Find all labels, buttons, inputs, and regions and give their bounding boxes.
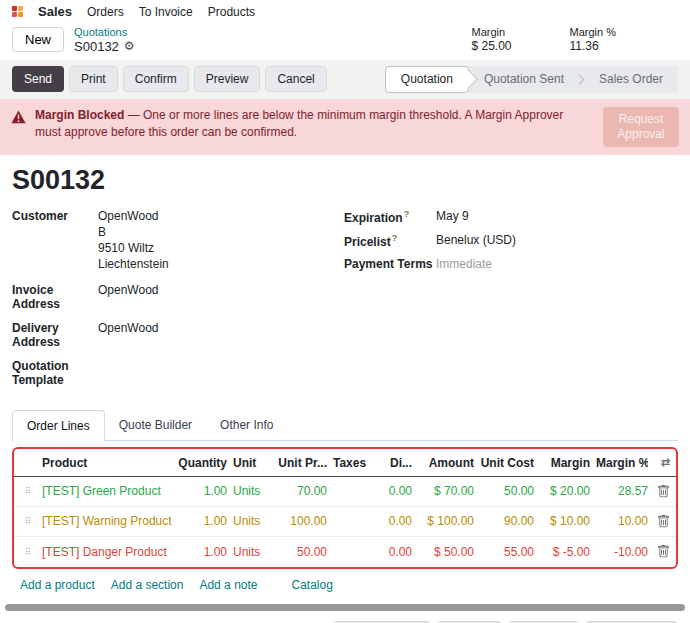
order-line-row[interactable]: ⠿ [TEST] Green Product 1.00 Units 70.00 …: [14, 477, 676, 507]
pricelist-label: Pricelist?: [344, 233, 436, 249]
cell-unit-cost[interactable]: 50.00: [474, 484, 534, 498]
drag-handle-icon[interactable]: ⠿: [20, 547, 36, 557]
cell-unit-price[interactable]: 70.00: [269, 484, 327, 498]
col-unit-price[interactable]: Unit Pr...: [269, 456, 327, 470]
cell-margin: $ 10.00: [534, 514, 590, 528]
cell-quantity[interactable]: 1.00: [172, 514, 227, 528]
cell-product[interactable]: [TEST] Warning Product: [36, 514, 172, 528]
order-line-links: Add a product Add a section Add a note C…: [12, 569, 678, 601]
cell-product[interactable]: [TEST] Danger Product: [36, 545, 172, 559]
cell-amount: $ 100.00: [412, 514, 474, 528]
invoice-address-field[interactable]: OpenWood: [98, 283, 344, 311]
cell-unit-price[interactable]: 100.00: [269, 514, 327, 528]
catalog-link[interactable]: Catalog: [292, 578, 333, 592]
statusbar: Quotation Quotation Sent Sales Order: [385, 66, 678, 93]
action-gear-icon[interactable]: ⚙: [124, 39, 135, 53]
expiration-label: Expiration?: [344, 209, 436, 225]
horizontal-scrollbar[interactable]: [5, 604, 685, 611]
col-unit[interactable]: Unit: [227, 456, 269, 470]
cell-unit-cost[interactable]: 55.00: [474, 545, 534, 559]
cell-unit[interactable]: Units: [227, 545, 269, 559]
stat-button-margin-percent[interactable]: Margin % 11.36: [570, 25, 616, 55]
col-amount[interactable]: Amount: [412, 456, 474, 470]
menu-item-to-invoice[interactable]: To Invoice: [139, 5, 193, 19]
payment-terms-field[interactable]: Immediate: [436, 257, 678, 271]
cell-quantity[interactable]: 1.00: [172, 484, 227, 498]
trash-icon: [657, 545, 670, 558]
drag-handle-icon[interactable]: ⠿: [20, 516, 36, 526]
request-approval-button[interactable]: Request Approval: [603, 107, 679, 147]
preview-button[interactable]: Preview: [194, 66, 261, 92]
stat-button-margin[interactable]: Margin $ 25.00: [471, 25, 511, 55]
warning-triangle-icon: [11, 110, 26, 124]
cell-unit-price[interactable]: 50.00: [269, 545, 327, 559]
col-margin-percent[interactable]: Margin %: [590, 456, 648, 470]
status-step-quotation-sent[interactable]: Quotation Sent: [469, 66, 579, 93]
status-step-quotation[interactable]: Quotation: [385, 66, 469, 93]
col-margin[interactable]: Margin: [534, 456, 590, 470]
menu-item-products[interactable]: Products: [208, 5, 255, 19]
cell-margin: $ 20.00: [534, 484, 590, 498]
delivery-address-label: Delivery Address: [12, 321, 98, 349]
status-step-sales-order[interactable]: Sales Order: [584, 66, 678, 93]
col-discount[interactable]: Di...: [372, 456, 412, 470]
delete-row-button[interactable]: [648, 485, 670, 498]
form-sheet: S00132 Customer OpenWood B 9510 Wiltz Li…: [0, 165, 690, 601]
cell-discount[interactable]: 0.00: [372, 514, 412, 528]
cell-unit-cost[interactable]: 90.00: [474, 514, 534, 528]
delivery-address-field[interactable]: OpenWood: [98, 321, 344, 349]
delete-row-button[interactable]: [648, 515, 670, 528]
footer-buttons: Coupon Code Reward Discount Add shipping: [0, 613, 690, 623]
payment-terms-label: Payment Terms: [344, 257, 436, 271]
drag-handle-icon[interactable]: ⠿: [20, 486, 36, 496]
breadcrumb-current: S00132: [74, 39, 119, 55]
menu-item-orders[interactable]: Orders: [87, 5, 124, 19]
confirm-button[interactable]: Confirm: [123, 66, 189, 92]
customer-name[interactable]: OpenWood: [98, 209, 344, 223]
cell-discount[interactable]: 0.00: [372, 545, 412, 559]
tab-other-info[interactable]: Other Info: [206, 410, 287, 440]
add-a-note-link[interactable]: Add a note: [199, 578, 257, 592]
cell-product[interactable]: [TEST] Green Product: [36, 484, 172, 498]
apps-menu-icon[interactable]: [12, 6, 23, 17]
col-taxes[interactable]: Taxes: [327, 456, 372, 470]
app-name[interactable]: Sales: [38, 4, 72, 19]
add-a-section-link[interactable]: Add a section: [111, 578, 184, 592]
breadcrumb: Quotations S00132 ⚙: [74, 26, 135, 55]
tab-quote-builder[interactable]: Quote Builder: [105, 410, 206, 440]
cell-quantity[interactable]: 1.00: [172, 545, 227, 559]
quotation-template-label: Quotation Template: [12, 359, 98, 387]
order-line-row[interactable]: ⠿ [TEST] Danger Product 1.00 Units 50.00…: [14, 537, 676, 567]
breadcrumb-quotations-link[interactable]: Quotations: [74, 26, 135, 39]
customer-field[interactable]: OpenWood B 9510 Wiltz Liechtenstein: [98, 209, 344, 273]
cell-margin-percent: -10.00: [590, 545, 648, 559]
control-panel: New Quotations S00132 ⚙ Margin $ 25.00 M…: [0, 22, 690, 60]
send-button[interactable]: Send: [12, 66, 64, 92]
customer-country: Liechtenstein: [98, 257, 344, 271]
pricelist-field[interactable]: Benelux (USD): [436, 233, 678, 249]
add-a-product-link[interactable]: Add a product: [20, 578, 95, 592]
tab-order-lines[interactable]: Order Lines: [12, 410, 105, 441]
cell-discount[interactable]: 0.00: [372, 484, 412, 498]
top-menu-bar: Sales Orders To Invoice Products: [0, 0, 690, 22]
new-button[interactable]: New: [12, 27, 64, 52]
cell-amount: $ 70.00: [412, 484, 474, 498]
col-product[interactable]: Product: [36, 456, 172, 470]
col-unit-cost[interactable]: Unit Cost: [474, 456, 534, 470]
stat-buttons: Margin $ 25.00 Margin % 11.36: [471, 25, 616, 55]
quotation-template-field[interactable]: [98, 359, 344, 387]
adjust-columns-icon[interactable]: ⇄: [648, 456, 670, 469]
cancel-button[interactable]: Cancel: [265, 66, 326, 92]
cell-amount: $ 50.00: [412, 545, 474, 559]
delete-row-button[interactable]: [648, 545, 670, 558]
cell-unit[interactable]: Units: [227, 484, 269, 498]
cell-margin-percent: 28.57: [590, 484, 648, 498]
expiration-field[interactable]: May 9: [436, 209, 678, 225]
order-line-row[interactable]: ⠿ [TEST] Warning Product 1.00 Units 100.…: [14, 507, 676, 537]
banner-title: Margin Blocked: [35, 108, 124, 122]
cell-unit[interactable]: Units: [227, 514, 269, 528]
cell-margin-percent: 10.00: [590, 514, 648, 528]
print-button[interactable]: Print: [69, 66, 118, 92]
customer-street: B: [98, 225, 344, 239]
col-quantity[interactable]: Quantity: [172, 456, 227, 470]
